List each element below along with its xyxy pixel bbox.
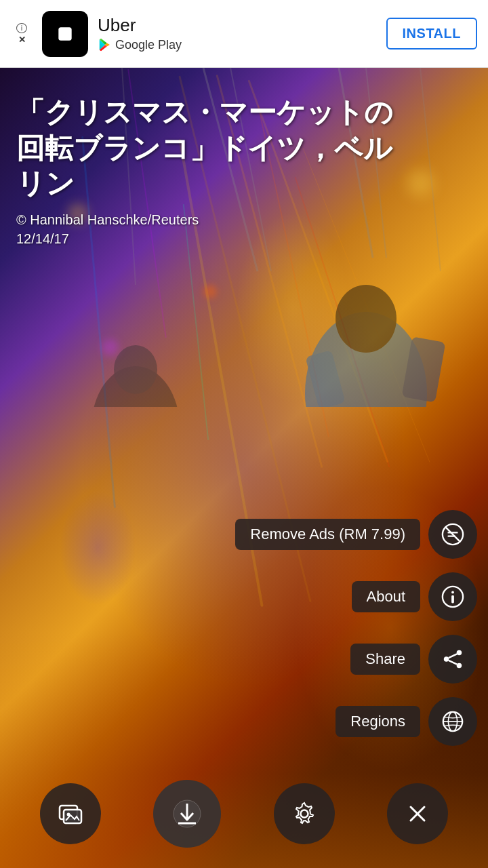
ad-text-area: Uber bbox=[98, 15, 386, 52]
info-icon: i bbox=[16, 23, 27, 33]
ad-banner: i ✕ Uber bbox=[0, 0, 488, 68]
settings-button[interactable] bbox=[274, 783, 335, 844]
gallery-icon bbox=[57, 800, 84, 827]
google-play-badge: Google Play bbox=[98, 37, 386, 52]
svg-point-33 bbox=[66, 813, 70, 816]
close-ad-button[interactable]: i ✕ bbox=[11, 23, 33, 45]
caption-credit: © Hannibal Hanschke/Reuters bbox=[16, 210, 420, 229]
globe-icon bbox=[441, 710, 464, 733]
remove-ads-label: Remove Ads (RM 7.99) bbox=[235, 519, 420, 550]
regions-label: Regions bbox=[336, 706, 420, 737]
svg-line-26 bbox=[449, 654, 457, 658]
svg-point-24 bbox=[444, 656, 449, 662]
share-button[interactable] bbox=[428, 635, 477, 684]
caption-title: 「クリスマス・マーケットの回転ブランコ」ドイツ，ベルリン bbox=[16, 95, 420, 202]
settings-icon bbox=[291, 800, 318, 827]
photo-caption: 「クリスマス・マーケットの回転ブランコ」ドイツ，ベルリン © Hannibal … bbox=[16, 95, 420, 248]
svg-rect-18 bbox=[447, 532, 458, 533]
share-row: Share bbox=[350, 635, 477, 684]
install-button[interactable]: INSTALL bbox=[386, 18, 477, 50]
share-label: Share bbox=[350, 644, 420, 675]
svg-point-21 bbox=[451, 591, 454, 594]
svg-rect-1 bbox=[58, 27, 71, 40]
remove-ads-row: Remove Ads (RM 7.99) bbox=[235, 510, 477, 559]
caption-date: 12/14/17 bbox=[16, 229, 420, 248]
about-label: About bbox=[352, 581, 421, 612]
download-icon bbox=[171, 798, 203, 829]
svg-line-17 bbox=[445, 527, 461, 542]
gallery-button[interactable] bbox=[40, 783, 101, 844]
svg-point-25 bbox=[457, 663, 462, 669]
about-button[interactable] bbox=[428, 572, 477, 621]
google-play-icon bbox=[98, 37, 113, 52]
ad-app-name: Uber bbox=[98, 15, 386, 36]
close-button[interactable] bbox=[387, 783, 448, 844]
close-icon bbox=[404, 800, 431, 827]
about-row: About bbox=[352, 572, 478, 621]
main-photo-area: 「クリスマス・マーケットの回転ブランコ」ドイツ，ベルリン © Hannibal … bbox=[0, 68, 488, 868]
action-menu: Remove Ads (RM 7.99) About bbox=[235, 510, 477, 746]
uber-logo bbox=[50, 19, 80, 49]
ad-app-icon bbox=[42, 11, 88, 57]
svg-line-27 bbox=[449, 660, 457, 665]
regions-button[interactable] bbox=[428, 697, 477, 746]
share-icon bbox=[441, 648, 464, 671]
bottom-toolbar bbox=[0, 780, 488, 848]
google-play-text: Google Play bbox=[115, 38, 182, 52]
download-button[interactable] bbox=[153, 780, 221, 848]
svg-rect-22 bbox=[451, 595, 454, 603]
regions-row: Regions bbox=[336, 697, 477, 746]
no-ads-icon bbox=[441, 523, 464, 546]
svg-point-37 bbox=[300, 810, 308, 818]
remove-ads-button[interactable] bbox=[428, 510, 477, 559]
close-icon: ✕ bbox=[18, 35, 26, 45]
info-icon bbox=[441, 585, 464, 608]
svg-point-23 bbox=[457, 650, 462, 656]
svg-rect-19 bbox=[447, 535, 455, 536]
